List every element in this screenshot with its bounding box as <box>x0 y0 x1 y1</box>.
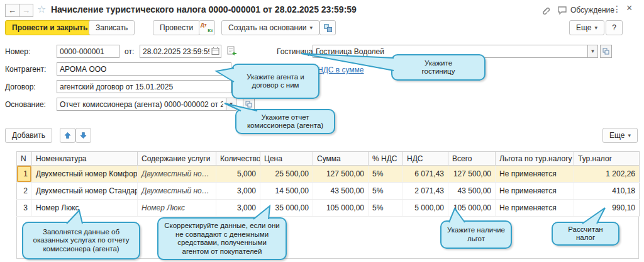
cell-price[interactable]: 35 000,00 <box>260 200 313 217</box>
form-more-label: Еще <box>576 23 591 32</box>
chevron-down-icon: ▼ <box>591 48 596 54</box>
add-row-label: Добавить <box>12 131 45 140</box>
table-row[interactable]: 1 Двухместный номер Комфорт Двухместный … <box>17 166 640 183</box>
move-row-up-button[interactable] <box>60 128 75 143</box>
post-and-close-label: Провести и закрыть <box>12 23 87 32</box>
cell-n[interactable]: 2 <box>17 183 32 200</box>
open-icon <box>602 48 609 55</box>
date-input[interactable] <box>140 45 221 58</box>
cell-price[interactable]: 14 500,00 <box>260 183 313 200</box>
callout-calculated: Рассчитан налог <box>552 222 619 246</box>
cell-vat-rate[interactable]: 5% <box>369 183 403 200</box>
col-benefit: Льгота по тур.налогу <box>496 152 574 166</box>
cell-total[interactable]: 43 500,00 <box>448 183 496 200</box>
contract-input[interactable] <box>57 80 231 93</box>
counterparty-label: Контрагент: <box>5 65 46 74</box>
cell-sum[interactable]: 127 500,00 <box>313 166 369 183</box>
contract-label: Договор: <box>5 83 36 91</box>
col-tax: Тур.налог <box>574 152 640 166</box>
callout-fill-data: Заполнятся данные об оказанных услугах п… <box>22 222 140 259</box>
cell-sum[interactable]: 43 500,00 <box>313 183 369 200</box>
back-button[interactable]: ← <box>5 4 19 17</box>
cell-vat-rate[interactable]: 5% <box>369 166 403 183</box>
cell-service[interactable]: Двухместный номе… <box>138 183 216 200</box>
callout-fill-data-text: Заполнятся данные об оказанных услугах п… <box>28 228 134 254</box>
cell-vat[interactable]: 6 071,43 <box>403 166 448 183</box>
vat-in-sum-link[interactable]: НДС в сумме <box>318 66 364 74</box>
cell-qty[interactable]: 5,000 <box>216 166 260 183</box>
basis-label: Основание: <box>5 100 46 109</box>
callout-report: Укажите отчет комиссионера (агента) <box>235 109 335 134</box>
basis-dropdown-button[interactable]: ▼ <box>226 98 236 111</box>
discussion-button[interactable]: Обсуждение <box>557 4 614 16</box>
forward-button[interactable]: → <box>19 4 33 17</box>
favorite-star-icon[interactable]: ☆ <box>37 3 46 15</box>
cell-n[interactable]: 1 <box>17 166 32 183</box>
cell-sum[interactable]: 105 000,00 <box>313 200 369 217</box>
help-label: ? <box>612 23 616 32</box>
cell-benefit[interactable]: Не применяется <box>496 183 574 200</box>
col-service: Содержание услуги <box>138 152 216 166</box>
add-row-button[interactable]: Добавить <box>5 128 52 143</box>
cell-tax[interactable]: 990,10 <box>574 200 640 217</box>
cell-vat-rate[interactable]: 5% <box>369 200 403 217</box>
chevron-down-icon: ▾ <box>628 132 631 139</box>
move-row-down-button[interactable] <box>75 128 91 143</box>
cell-nomenclature[interactable]: Двухместный номер Стандарт <box>32 183 138 200</box>
col-n: N <box>17 152 32 166</box>
chevron-down-icon: ▾ <box>310 25 313 31</box>
dtkt-icon: Дт Кт <box>201 22 213 33</box>
create-on-basis-button[interactable]: Создать на основании ▾ <box>221 20 319 35</box>
callout-correct-data-text: Скорректируйте данные, если они не совпа… <box>164 222 280 256</box>
window-menu-icon[interactable]: ⋮ <box>613 4 621 14</box>
col-vat-rate: % НДС <box>369 152 403 166</box>
copy-link-button[interactable] <box>540 4 551 16</box>
help-button[interactable]: ? <box>606 20 623 35</box>
hotel-dropdown-button[interactable]: ▼ <box>587 45 598 58</box>
chat-bubble-icon <box>557 5 567 15</box>
close-icon[interactable]: × <box>626 3 632 14</box>
col-sum: Сумма <box>313 152 369 166</box>
cell-tax[interactable]: 1 202,26 <box>574 166 640 183</box>
callout-hotel-text: Укажите гостиницу <box>413 59 464 76</box>
subordination-structure-button[interactable] <box>319 20 336 35</box>
col-nomenclature: Номенклатура <box>32 152 138 166</box>
post-label: Провести <box>160 23 193 32</box>
callout-agent: Укажите агента и договор с ним <box>231 64 319 99</box>
cell-total[interactable]: 105 000,00 <box>448 200 496 217</box>
counterparty-input[interactable] <box>57 62 231 76</box>
cell-price[interactable]: 25 500,00 <box>260 166 313 183</box>
cell-n[interactable]: 3 <box>17 200 32 217</box>
col-price: Цена <box>260 152 313 166</box>
arrow-down-icon <box>80 132 87 139</box>
cell-nomenclature[interactable]: Двухместный номер Комфорт <box>32 166 138 183</box>
cell-total[interactable]: 127 500,00 <box>448 166 496 183</box>
table-row[interactable]: 2 Двухместный номер Стандарт Двухместный… <box>17 183 640 200</box>
open-icon <box>245 101 252 108</box>
form-more-button[interactable]: Еще ▾ <box>569 20 604 35</box>
cell-nomenclature[interactable]: Номер Люкс <box>32 200 138 217</box>
dt-label: Дт <box>201 22 207 28</box>
show-postings-button[interactable]: Дт Кт <box>199 20 215 35</box>
post-and-close-button[interactable]: Провести и закрыть <box>5 20 94 35</box>
cell-qty[interactable]: 3,000 <box>216 183 260 200</box>
cell-qty[interactable]: 3,000 <box>216 200 260 217</box>
section-more-button[interactable]: Еще ▾ <box>602 128 638 143</box>
calendar-icon[interactable] <box>211 47 219 57</box>
callout-report-text: Укажите отчет комиссионера (агента) <box>242 113 329 130</box>
cell-tax[interactable]: 410,18 <box>574 183 640 200</box>
cell-vat[interactable]: 2 071,43 <box>403 183 448 200</box>
cell-service[interactable]: Номер Люкс <box>138 200 216 217</box>
cell-service[interactable]: Двухместный номе… <box>138 166 216 183</box>
cell-benefit[interactable]: Не применяется <box>496 200 574 217</box>
number-input[interactable] <box>57 45 119 58</box>
basis-input[interactable] <box>57 98 226 111</box>
hotel-open-button[interactable] <box>600 45 612 58</box>
write-button[interactable]: Записать <box>89 20 135 35</box>
set-current-date-icon[interactable] <box>227 46 237 58</box>
cell-vat[interactable]: 5 000,00 <box>403 200 448 217</box>
table-row[interactable]: 3 Номер Люкс Номер Люкс 3,000 35 000,00 … <box>17 200 640 217</box>
cell-benefit[interactable]: Не применяется <box>496 166 574 183</box>
col-vat: НДС <box>403 152 448 166</box>
post-button[interactable]: Провести <box>153 20 200 35</box>
